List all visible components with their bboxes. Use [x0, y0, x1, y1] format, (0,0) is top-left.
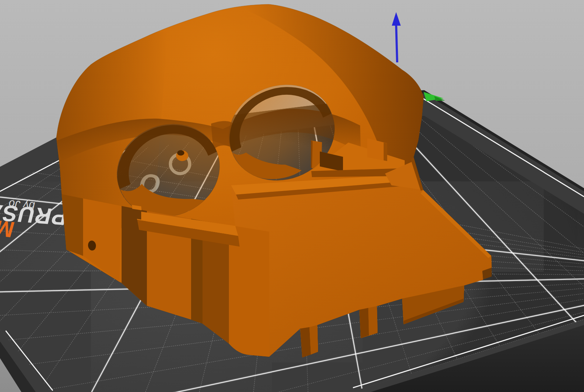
- probe-boss-hole: [177, 150, 184, 156]
- slicer-3d-viewport[interactable]: PRUSA M by Jo O: [0, 0, 584, 392]
- scene-canvas: PRUSA M by Jo O: [0, 0, 584, 392]
- bed-logo-byline: by Jo: [7, 198, 36, 212]
